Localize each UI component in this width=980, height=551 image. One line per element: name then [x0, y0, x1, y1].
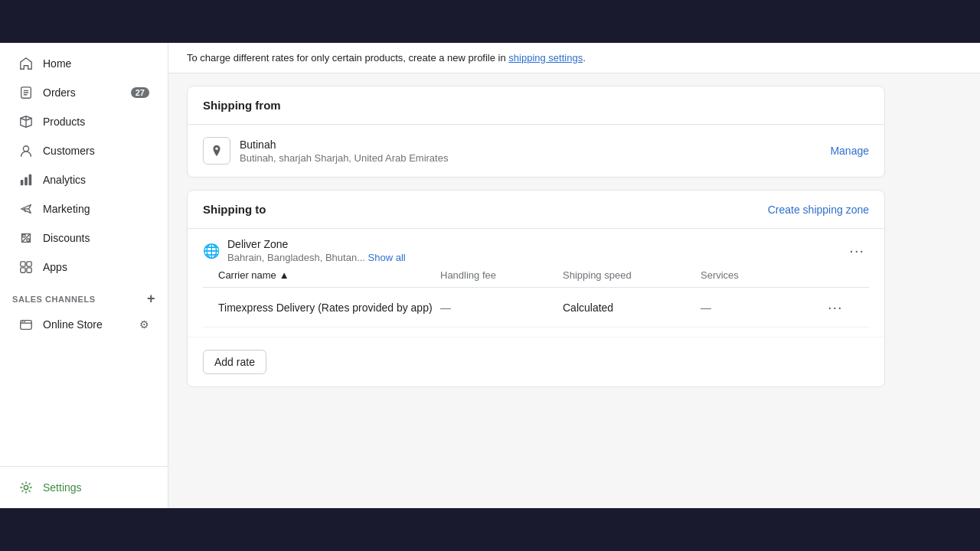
sidebar-item-analytics-label: Analytics [43, 174, 149, 186]
svg-rect-2 [21, 180, 24, 185]
svg-rect-4 [29, 174, 32, 185]
shipping-speed-header: Shipping speed [563, 269, 701, 281]
main-content: To charge different rates for only certa… [168, 43, 980, 508]
shipping-settings-link[interactable]: shipping settings [508, 52, 583, 64]
notice-bar: To charge different rates for only certa… [168, 43, 980, 73]
online-store-settings-icon[interactable]: ⚙ [139, 318, 149, 331]
sidebar-item-discounts-label: Discounts [43, 232, 149, 244]
zone-row: 🌐 Deliver Zone Bahrain, Bangladesh, Bhut… [188, 229, 884, 337]
zone-more-button[interactable]: ··· [844, 240, 869, 261]
manage-link[interactable]: Manage [830, 145, 869, 157]
create-shipping-zone-link[interactable]: Create shipping zone [768, 204, 869, 216]
bottom-bar [0, 508, 980, 551]
shipping-to-title: Shipping to [203, 203, 266, 216]
svg-rect-8 [27, 262, 31, 266]
sidebar-item-orders-label: Orders [43, 86, 122, 99]
sidebar-item-settings-label: Settings [43, 481, 149, 494]
table-row: Timexpress Delivery (Rates provided by a… [203, 288, 869, 328]
row-more-button[interactable]: ··· [823, 297, 848, 318]
discounts-icon [18, 230, 34, 246]
sidebar-item-discounts[interactable]: Discounts [6, 224, 162, 252]
location-address: Butinah, sharjah Sharjah, United Arab Em… [240, 152, 448, 164]
location-info: Butinah Butinah, sharjah Sharjah, United… [240, 139, 448, 164]
table-header: Carrier name ▲ Handling fee Shipping spe… [203, 263, 869, 288]
carrier-name-cell: Timexpress Delivery (Rates provided by a… [218, 302, 440, 314]
shipping-from-card: Shipping from Butinah Butinah, sharjah S… [187, 86, 885, 178]
globe-icon: 🌐 [203, 243, 220, 259]
svg-point-14 [24, 485, 28, 489]
sidebar-item-home-label: Home [43, 57, 149, 70]
home-icon [18, 56, 34, 71]
sort-icon: ▲ [279, 269, 289, 281]
shipping-from-title: Shipping from [203, 99, 281, 112]
sidebar-item-apps[interactable]: Apps [6, 253, 162, 281]
actions-header [823, 269, 854, 281]
sidebar-item-products-label: Products [43, 116, 149, 128]
sidebar-item-orders[interactable]: Orders 27 [6, 79, 162, 106]
svg-rect-7 [21, 262, 25, 266]
add-rate-button[interactable]: Add rate [203, 350, 266, 374]
sales-channels-section: SALES CHANNELS + [0, 282, 168, 310]
handling-fee-header: Handling fee [440, 269, 563, 281]
shipping-to-card: Shipping to Create shipping zone 🌐 Deliv… [187, 190, 885, 387]
shipping-speed-cell: Calculated [563, 302, 701, 314]
sidebar-item-settings[interactable]: Settings [6, 474, 162, 501]
svg-rect-9 [21, 268, 25, 272]
sidebar-item-products[interactable]: Products [6, 108, 162, 135]
shipping-to-header: Shipping to Create shipping zone [188, 191, 884, 229]
services-header: Services [701, 269, 823, 281]
show-all-link[interactable]: Show all [368, 252, 406, 263]
svg-point-5 [23, 235, 26, 238]
sidebar: Home Orders 27 Products [0, 43, 168, 508]
services-cell: — [701, 302, 823, 314]
analytics-icon [18, 172, 34, 187]
sidebar-item-apps-label: Apps [43, 261, 149, 273]
sidebar-item-customers-label: Customers [43, 145, 149, 157]
top-bar [0, 0, 980, 43]
carrier-name-header[interactable]: Carrier name ▲ [218, 269, 440, 281]
customers-icon [18, 143, 34, 158]
row-more-button-cell: ··· [823, 297, 854, 318]
svg-rect-3 [24, 177, 28, 185]
zone-info: 🌐 Deliver Zone Bahrain, Bangladesh, Bhut… [203, 238, 406, 263]
orders-icon [18, 85, 34, 100]
sidebar-item-analytics[interactable]: Analytics [6, 166, 162, 194]
location-row: Butinah Butinah, sharjah Sharjah, United… [188, 125, 884, 177]
handling-fee-cell: — [440, 302, 563, 314]
sidebar-item-customers[interactable]: Customers [6, 137, 162, 165]
svg-point-12 [22, 321, 24, 323]
zone-name: Deliver Zone [227, 238, 406, 250]
zone-countries: Bahrain, Bangladesh, Bhutan... Show all [227, 252, 406, 263]
location-icon [203, 137, 230, 165]
products-icon [18, 114, 34, 129]
svg-point-13 [24, 321, 25, 323]
svg-point-6 [27, 239, 30, 242]
sidebar-item-online-store-label: Online Store [43, 318, 130, 331]
svg-point-1 [23, 146, 28, 152]
shipping-from-header: Shipping from [188, 86, 884, 125]
add-sales-channel-icon[interactable]: + [147, 291, 155, 307]
apps-icon [18, 259, 34, 275]
settings-icon [18, 480, 34, 495]
sidebar-item-home[interactable]: Home [6, 50, 162, 77]
sidebar-item-marketing[interactable]: Marketing [6, 195, 162, 223]
sidebar-item-online-store[interactable]: Online Store ⚙ [6, 311, 162, 338]
marketing-icon [18, 201, 34, 217]
location-name: Butinah [240, 139, 448, 151]
orders-badge: 27 [131, 87, 149, 98]
online-store-icon [18, 317, 34, 332]
svg-rect-10 [27, 268, 31, 272]
sidebar-item-marketing-label: Marketing [43, 203, 149, 215]
